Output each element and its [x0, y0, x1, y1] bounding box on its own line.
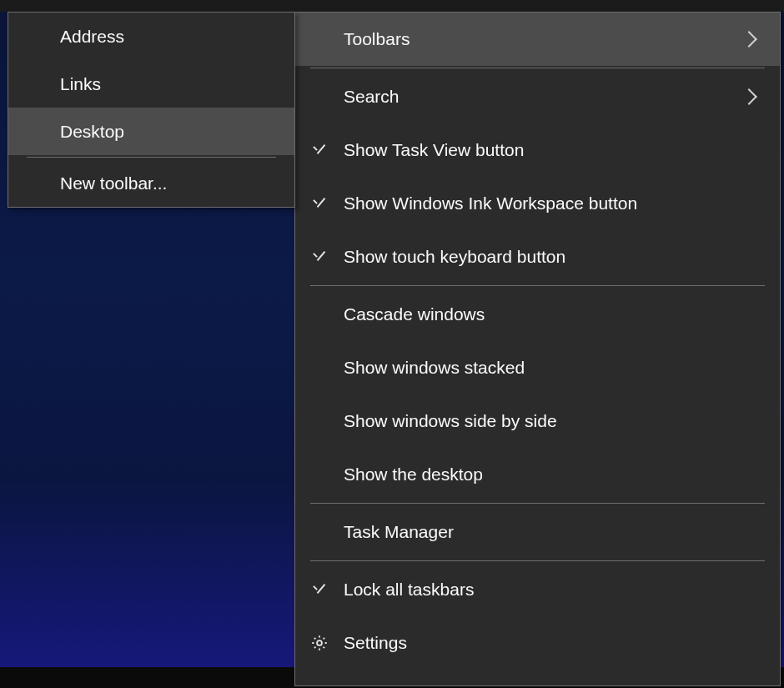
checkmark-slot — [295, 194, 344, 213]
menu-item-lock-all-taskbars[interactable]: Lock all taskbars — [295, 563, 780, 616]
separator — [27, 157, 276, 158]
separator — [310, 285, 765, 286]
menu-item-search[interactable]: Search — [295, 70, 780, 123]
menu-item-show-ink-workspace[interactable]: Show Windows Ink Workspace button — [295, 177, 780, 230]
submenu-item-address[interactable]: Address — [8, 13, 294, 60]
check-icon — [310, 194, 329, 213]
gear-icon-slot — [295, 634, 344, 652]
separator — [310, 503, 765, 504]
menu-item-label: Show the desktop — [344, 465, 760, 485]
menu-item-task-manager[interactable]: Task Manager — [295, 505, 780, 559]
submenu-item-label: Links — [60, 74, 274, 94]
menu-item-show-task-view[interactable]: Show Task View button — [295, 123, 780, 177]
submenu-item-links[interactable]: Links — [8, 60, 294, 108]
gear-icon — [310, 634, 329, 652]
check-icon — [310, 580, 329, 599]
menu-item-label: Settings — [344, 633, 760, 653]
checkmark-slot — [295, 141, 344, 159]
menu-item-label: Task Manager — [344, 522, 760, 542]
submenu-item-label: New toolbar... — [60, 173, 274, 193]
menu-item-label: Lock all taskbars — [344, 580, 760, 600]
check-icon — [310, 141, 329, 159]
checkmark-slot — [295, 248, 344, 266]
menu-item-label: Show windows stacked — [344, 358, 760, 378]
toolbars-submenu: Address Links Desktop New toolbar... — [8, 12, 295, 208]
svg-point-0 — [317, 640, 322, 645]
menu-item-show-touch-keyboard[interactable]: Show touch keyboard button — [295, 230, 780, 284]
menu-item-settings[interactable]: Settings — [295, 616, 780, 670]
menu-item-label: Show windows side by side — [344, 411, 760, 431]
separator — [310, 68, 765, 68]
menu-item-label: Show Windows Ink Workspace button — [344, 193, 760, 213]
menu-item-show-stacked[interactable]: Show windows stacked — [295, 341, 780, 394]
menu-item-toolbars[interactable]: Toolbars — [295, 13, 780, 66]
submenu-item-desktop[interactable]: Desktop — [8, 108, 294, 155]
menu-item-label: Toolbars — [344, 29, 743, 49]
chevron-right-icon — [741, 31, 757, 48]
menu-item-cascade-windows[interactable]: Cascade windows — [295, 288, 780, 341]
submenu-item-label: Desktop — [60, 122, 274, 142]
menu-item-show-side-by-side[interactable]: Show windows side by side — [295, 394, 780, 448]
menu-item-label: Show Task View button — [344, 140, 760, 160]
menu-item-label: Search — [344, 87, 743, 107]
check-icon — [310, 248, 329, 266]
checkmark-slot — [295, 580, 344, 599]
menu-item-show-the-desktop[interactable]: Show the desktop — [295, 448, 780, 501]
chevron-right-icon — [741, 88, 757, 105]
separator — [310, 560, 765, 561]
taskbar-context-menu: Toolbars Search Show Task View button Sh… — [294, 12, 781, 686]
top-background-strip — [0, 0, 784, 12]
submenu-item-label: Address — [60, 27, 274, 47]
submenu-item-new-toolbar[interactable]: New toolbar... — [8, 159, 294, 207]
menu-item-label: Show touch keyboard button — [344, 247, 760, 267]
menu-item-label: Cascade windows — [344, 304, 760, 324]
